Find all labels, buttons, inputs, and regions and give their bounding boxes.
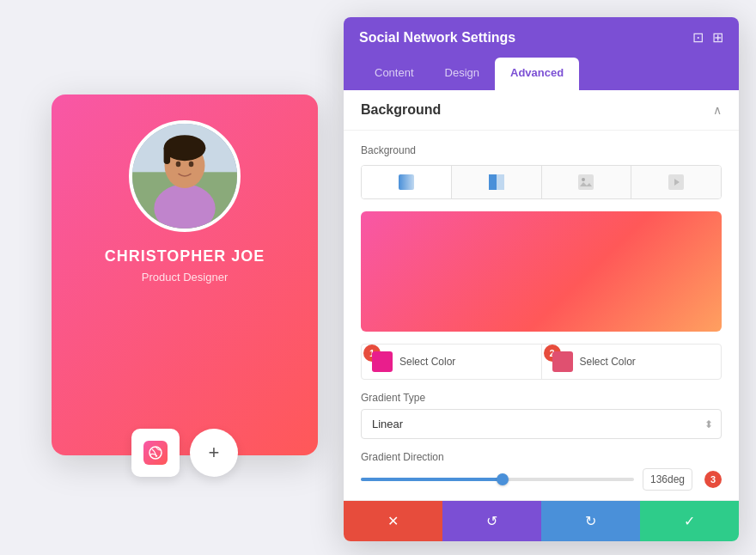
panel-footer: ✕ ↺ ↻ ✓ bbox=[344, 500, 739, 541]
select-color-2-label: Select Color bbox=[580, 356, 636, 368]
gradient-direction-track[interactable] bbox=[361, 478, 634, 481]
cancel-button[interactable]: ✕ bbox=[344, 501, 442, 541]
redo-icon: ↻ bbox=[585, 513, 596, 529]
color-picker-2: 2 Select Color bbox=[542, 345, 722, 379]
svg-point-14 bbox=[582, 178, 585, 181]
save-icon: ✓ bbox=[684, 513, 695, 529]
gradient-direction-row: Gradient Direction 136deg 3 bbox=[361, 451, 722, 491]
gradient-direction-label: Gradient Direction bbox=[361, 451, 722, 463]
color-pickers-row: 1 Select Color 2 Select Color bbox=[361, 344, 722, 380]
card-name: CHRISTOPHER JOE bbox=[105, 247, 265, 265]
section-header: Background ∧ bbox=[344, 90, 739, 131]
plus-icon: + bbox=[209, 442, 220, 464]
collapse-button[interactable]: ∧ bbox=[713, 103, 722, 117]
badge-3: 3 bbox=[704, 471, 722, 488]
tab-design[interactable]: Design bbox=[430, 58, 495, 90]
card-title: Product Designer bbox=[142, 271, 228, 284]
panel-title: Social Network Settings bbox=[359, 30, 515, 46]
bg-type-image[interactable] bbox=[542, 166, 632, 198]
gradient-preview bbox=[361, 211, 722, 332]
tab-advanced[interactable]: Advanced bbox=[495, 58, 579, 90]
gradient-type-select[interactable]: Linear Radial Conic bbox=[361, 409, 722, 439]
swatch-1-wrapper: 1 bbox=[372, 351, 393, 372]
background-field-label: Background bbox=[361, 144, 722, 156]
gradient-type-select-wrapper: Linear Radial Conic bbox=[361, 409, 722, 439]
tabs-row: Content Design Advanced bbox=[344, 58, 739, 90]
svg-rect-10 bbox=[399, 174, 414, 190]
gradient-direction-value: 136deg bbox=[643, 468, 692, 491]
save-button[interactable]: ✓ bbox=[640, 501, 739, 541]
gradient-type-row: Gradient Type Linear Radial Conic bbox=[361, 392, 722, 439]
reset-button[interactable]: ↺ bbox=[442, 501, 541, 541]
svg-point-7 bbox=[176, 162, 181, 168]
add-social-button[interactable]: + bbox=[190, 429, 238, 477]
panel-body: Background ∧ Background bbox=[344, 90, 739, 500]
cancel-icon: ✕ bbox=[387, 513, 399, 529]
dribbble-icon bbox=[143, 441, 168, 465]
svg-rect-13 bbox=[578, 174, 594, 190]
social-icon-dribbble[interactable] bbox=[131, 429, 180, 477]
panel-header: Social Network Settings ⊡ ⊞ bbox=[344, 17, 739, 58]
svg-rect-12 bbox=[497, 174, 504, 190]
svg-rect-11 bbox=[489, 174, 497, 190]
select-color-1-label: Select Color bbox=[399, 356, 455, 368]
gradient-direction-slider-row: 136deg 3 bbox=[361, 468, 722, 491]
settings-panel: Social Network Settings ⊡ ⊞ Content Desi… bbox=[344, 17, 739, 541]
reset-icon: ↺ bbox=[486, 513, 497, 529]
preview-icon[interactable]: ⊡ bbox=[692, 29, 704, 46]
preview-card: CHRISTOPHER JOE Product Designer + bbox=[52, 95, 318, 455]
bg-type-color[interactable] bbox=[452, 166, 542, 198]
svg-point-8 bbox=[189, 162, 194, 168]
section-title: Background bbox=[361, 102, 441, 118]
layout-icon[interactable]: ⊞ bbox=[712, 29, 723, 46]
avatar bbox=[129, 120, 241, 232]
svg-rect-6 bbox=[164, 146, 171, 164]
color-swatch-2[interactable] bbox=[552, 351, 573, 372]
gradient-type-label: Gradient Type bbox=[361, 392, 722, 404]
bg-type-tabs bbox=[361, 165, 722, 199]
color-picker-1: 1 Select Color bbox=[362, 345, 542, 379]
section-body: Background bbox=[344, 131, 739, 500]
color-swatch-1[interactable] bbox=[372, 351, 393, 372]
bg-type-video[interactable] bbox=[631, 166, 721, 198]
redo-button[interactable]: ↻ bbox=[541, 501, 640, 541]
social-icons-row: + bbox=[131, 429, 238, 477]
tab-content[interactable]: Content bbox=[359, 58, 430, 90]
swatch-2-wrapper: 2 bbox=[552, 351, 573, 372]
panel-header-icons: ⊡ ⊞ bbox=[692, 29, 723, 46]
bg-type-gradient[interactable] bbox=[362, 166, 452, 198]
